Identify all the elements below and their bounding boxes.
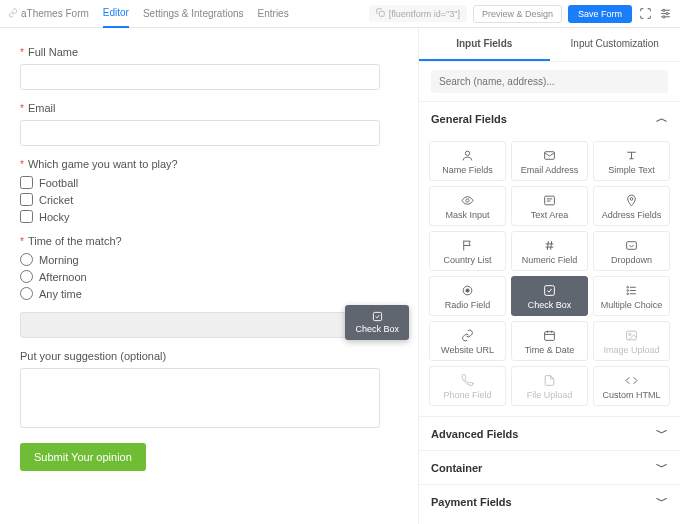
mask-icon (461, 194, 474, 207)
submit-button[interactable]: Submit Your opinion (20, 443, 146, 471)
radio-option[interactable]: Afternoon (20, 270, 398, 283)
svg-point-32 (627, 293, 629, 295)
checkbox-input[interactable] (20, 193, 33, 206)
checkbox-option[interactable]: Hocky (20, 210, 398, 223)
svg-point-17 (630, 198, 633, 201)
field-card-html[interactable]: Custom HTML (593, 366, 670, 406)
tab-input-customization[interactable]: Input Customization (550, 28, 681, 61)
suggestion-textarea[interactable] (20, 368, 380, 428)
field-card-url[interactable]: Website URL (429, 321, 506, 361)
card-label: Simple Text (608, 165, 654, 175)
field-card-file[interactable]: File Upload (511, 366, 588, 406)
section-container[interactable]: Container ﹀ (419, 450, 680, 484)
sidebar: Input Fields Input Customization General… (418, 28, 680, 524)
preview-button[interactable]: Preview & Design (473, 5, 562, 23)
svg-point-13 (466, 199, 469, 202)
field-card-name[interactable]: Name Fields (429, 141, 506, 181)
field-card-image[interactable]: Image Upload (593, 321, 670, 361)
dragging-chip[interactable]: Check Box (345, 305, 409, 340)
phone-icon (461, 374, 474, 387)
svg-point-38 (629, 333, 631, 335)
field-card-address[interactable]: Address Fields (593, 186, 670, 226)
header-right: [fluentform id="3"] Preview & Design Sav… (369, 5, 672, 23)
field-card-country[interactable]: Country List (429, 231, 506, 271)
card-label: Dropdown (611, 255, 652, 265)
card-label: Mask Input (445, 210, 489, 220)
radio-input[interactable] (20, 287, 33, 300)
svg-point-25 (466, 289, 469, 292)
field-label: * Time of the match? (20, 235, 398, 247)
card-label: Time & Date (525, 345, 575, 355)
required-marker: * (20, 236, 24, 247)
field-time[interactable]: * Time of the match? Morning Afternoon A… (20, 235, 398, 300)
numeric-icon (543, 239, 556, 252)
name-icon (461, 149, 474, 162)
country-icon (461, 239, 474, 252)
card-label: Email Address (521, 165, 579, 175)
field-card-email[interactable]: Email Address (511, 141, 588, 181)
shortcode-display[interactable]: [fluentform id="3"] (369, 5, 467, 22)
section-general[interactable]: General Fields ︿ (419, 101, 680, 135)
label-text: Put your suggestion (optional) (20, 350, 166, 362)
main: * Full Name * Email * Which game you wan… (0, 28, 680, 524)
tab-entries[interactable]: Entries (258, 0, 289, 27)
field-card-mask[interactable]: Mask Input (429, 186, 506, 226)
search-input[interactable] (431, 70, 668, 93)
chevron-down-icon: ﹀ (656, 493, 668, 510)
checkbox-option[interactable]: Cricket (20, 193, 398, 206)
brand: aThemes Form (8, 8, 89, 20)
section-advanced[interactable]: Advanced Fields ﹀ (419, 416, 680, 450)
field-game[interactable]: * Which game you want to play? Football … (20, 158, 398, 223)
field-card-phone[interactable]: Phone Field (429, 366, 506, 406)
shortcode-text: [fluentform id="3"] (389, 9, 460, 19)
tab-settings[interactable]: Settings & Integrations (143, 0, 244, 27)
field-card-multi[interactable]: Multiple Choice (593, 276, 670, 316)
option-text: Morning (39, 254, 79, 266)
fullname-input[interactable] (20, 64, 380, 90)
label-text: Time of the match? (28, 235, 122, 247)
label-text: Which game you want to play? (28, 158, 178, 170)
app-header: aThemes Form Editor Settings & Integrati… (0, 0, 680, 28)
card-label: Website URL (441, 345, 494, 355)
email-icon (543, 149, 556, 162)
field-fullname[interactable]: * Full Name (20, 46, 398, 90)
card-label: File Upload (527, 390, 573, 400)
field-label: * Full Name (20, 46, 398, 58)
field-card-date[interactable]: Time & Date (511, 321, 588, 361)
field-card-radio[interactable]: Radio Field (429, 276, 506, 316)
svg-rect-37 (627, 331, 637, 340)
tab-input-fields[interactable]: Input Fields (419, 28, 550, 61)
drop-placeholder: Check Box (20, 312, 380, 338)
field-suggestion[interactable]: Put your suggestion (optional) (20, 350, 398, 431)
multi-icon (625, 284, 638, 297)
field-card-dropdown[interactable]: Dropdown (593, 231, 670, 271)
checkbox-input[interactable] (20, 210, 33, 223)
field-card-text[interactable]: Simple Text (593, 141, 670, 181)
card-label: Check Box (528, 300, 572, 310)
svg-point-4 (662, 9, 664, 11)
save-button[interactable]: Save Form (568, 5, 632, 23)
radio-input[interactable] (20, 270, 33, 283)
radio-option[interactable]: Any time (20, 287, 398, 300)
field-card-numeric[interactable]: Numeric Field (511, 231, 588, 271)
option-text: Hocky (39, 211, 70, 223)
radio-option[interactable]: Morning (20, 253, 398, 266)
field-label: * Email (20, 102, 398, 114)
checkbox-input[interactable] (20, 176, 33, 189)
email-input[interactable] (20, 120, 380, 146)
field-card-textarea[interactable]: Text Area (511, 186, 588, 226)
copy-icon (376, 8, 385, 19)
section-title: Advanced Fields (431, 428, 518, 440)
radio-input[interactable] (20, 253, 33, 266)
field-card-checkbox[interactable]: Check Box (511, 276, 588, 316)
svg-rect-23 (627, 242, 637, 250)
checkbox-option[interactable]: Football (20, 176, 398, 189)
settings-icon[interactable] (658, 7, 672, 21)
fullscreen-icon[interactable] (638, 7, 652, 21)
field-email[interactable]: * Email (20, 102, 398, 146)
tab-editor[interactable]: Editor (103, 0, 129, 28)
field-label: Put your suggestion (optional) (20, 350, 398, 362)
section-payment[interactable]: Payment Fields ﹀ (419, 484, 680, 518)
chip-label: Check Box (355, 324, 399, 334)
general-field-grid: Name FieldsEmail AddressSimple TextMask … (419, 135, 680, 416)
